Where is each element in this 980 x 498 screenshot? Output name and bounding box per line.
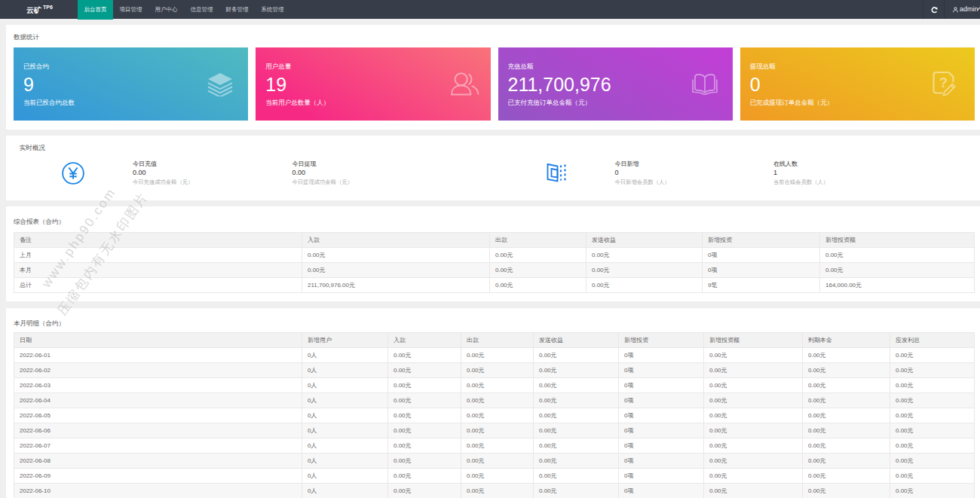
svg-text:?: ? <box>939 75 948 90</box>
